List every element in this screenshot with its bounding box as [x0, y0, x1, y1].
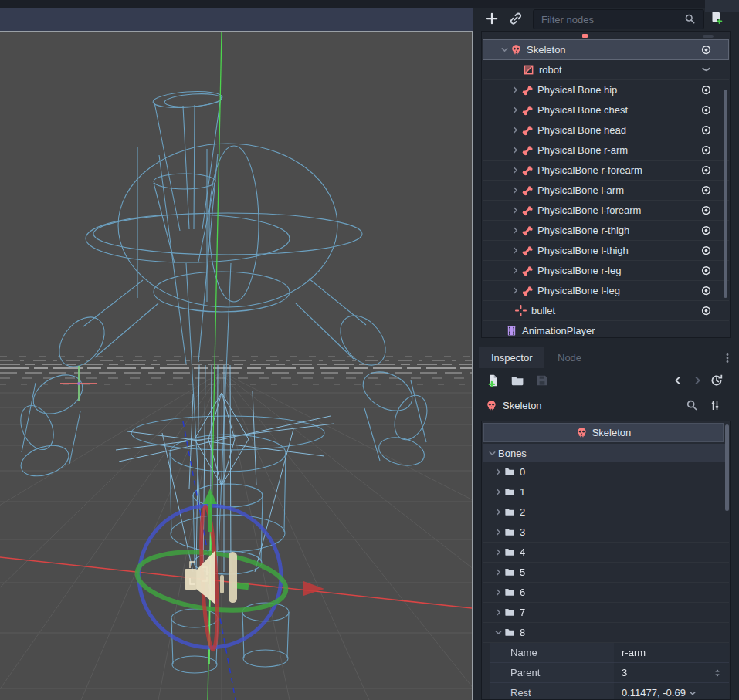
bone-item[interactable]: 3	[483, 522, 729, 543]
property-value-field[interactable]: 3	[614, 663, 729, 683]
bone-index: 4	[520, 546, 525, 558]
visibility-eye-icon[interactable]	[700, 285, 712, 296]
tree-node-label: AnimationPlayer	[522, 325, 595, 336]
expand-arrow-icon[interactable]	[509, 85, 521, 95]
expand-arrow-icon[interactable]	[509, 105, 521, 115]
expand-arrow-icon[interactable]	[492, 547, 504, 557]
load-resource-button[interactable]	[510, 374, 524, 391]
visibility-eye-icon[interactable]	[700, 84, 712, 96]
visibility-eye-icon[interactable]	[700, 265, 712, 276]
dropdown-chevron-icon[interactable]	[687, 688, 698, 698]
visibility-eye-icon[interactable]	[700, 225, 712, 236]
expand-arrow-icon[interactable]	[492, 587, 504, 597]
visibility-eye-icon[interactable]	[700, 305, 712, 316]
tree-node-physical-bone[interactable]: PhysicalBone l-leg	[483, 280, 729, 301]
spinner-updown-icon[interactable]	[712, 668, 723, 678]
inspector-properties-panel: Skeleton Bones 0 1 2 3	[481, 421, 731, 700]
search-properties-icon[interactable]	[686, 399, 698, 414]
tree-node-physical-bone[interactable]: PhysicalBone l-thigh	[483, 240, 729, 261]
property-value-field[interactable]: 0.11477, -0.69	[614, 683, 729, 700]
tree-node-skeleton[interactable]: Skeleton	[483, 39, 729, 60]
expand-arrow-icon[interactable]	[492, 607, 504, 617]
category-bones[interactable]: Bones	[483, 444, 729, 462]
clipped-node-icon	[582, 34, 588, 38]
visibility-eye-icon[interactable]	[700, 144, 712, 156]
tree-node-physical-bone[interactable]: PhysicalBone l-arm	[483, 180, 729, 201]
expand-arrow-icon[interactable]	[509, 125, 521, 135]
tree-node-physical-bone[interactable]: PhysicalBone r-forearm	[483, 160, 729, 181]
inspector-scrollbar[interactable]	[725, 424, 729, 511]
tree-node-physical-bone[interactable]: Physical Bone head	[483, 120, 729, 140]
bone-item[interactable]: 1	[483, 482, 729, 502]
expand-arrow-icon[interactable]	[509, 145, 521, 155]
tree-node-robot[interactable]: robot	[483, 59, 729, 80]
inspected-node-icon	[486, 400, 497, 414]
bone-icon	[521, 245, 533, 256]
bone-item[interactable]: 0	[483, 462, 729, 482]
collapse-arrow-icon[interactable]	[498, 45, 510, 55]
expand-arrow-icon[interactable]	[509, 225, 521, 235]
tree-node-physical-bone[interactable]: PhysicalBone r-leg	[483, 260, 729, 281]
3d-viewport-canvas[interactable]	[0, 32, 472, 700]
scene-tree-scrollbar[interactable]	[724, 90, 727, 298]
history-forward-button[interactable]	[691, 374, 703, 390]
tree-node-physical-bone[interactable]: Physical Bone r-arm	[483, 140, 729, 161]
instance-arc-icon[interactable]	[700, 64, 712, 76]
bone-item-expanded[interactable]: 8	[483, 622, 729, 643]
visibility-eye-icon[interactable]	[700, 205, 712, 216]
bone-item[interactable]: 7	[483, 602, 729, 623]
expand-arrow-icon[interactable]	[509, 245, 521, 255]
tree-node-physical-bone[interactable]: Physical Bone chest	[483, 100, 729, 120]
property-tools-icon[interactable]	[709, 399, 721, 414]
bone-icon	[521, 164, 533, 176]
attach-script-button[interactable]	[709, 11, 723, 28]
visibility-eye-icon[interactable]	[700, 104, 712, 116]
bone-item[interactable]: 4	[483, 542, 729, 563]
inspector-object-header[interactable]: Skeleton	[483, 423, 724, 442]
viewport-toolbar	[0, 8, 473, 32]
visibility-eye-icon[interactable]	[700, 164, 712, 176]
save-resource-button[interactable]	[535, 374, 549, 391]
tab-inspector[interactable]: Inspector	[479, 347, 544, 368]
skeleton-skull-icon	[576, 427, 588, 438]
filter-nodes-input[interactable]	[533, 9, 704, 29]
expand-arrow-icon[interactable]	[492, 487, 504, 497]
bone-item[interactable]: 6	[483, 582, 729, 603]
folder-icon	[504, 486, 515, 497]
tree-node-physical-bone[interactable]: Physical Bone hip	[483, 79, 729, 100]
visibility-eye-icon[interactable]	[700, 124, 712, 136]
tree-node-animationplayer[interactable]: AnimationPlayer	[483, 320, 729, 338]
expand-arrow-icon[interactable]	[509, 286, 521, 296]
expand-arrow-icon[interactable]	[509, 165, 521, 175]
inspector-object-title: Skeleton	[592, 427, 632, 438]
expand-arrow-icon[interactable]	[492, 467, 504, 477]
tree-node-label: Skeleton	[527, 44, 566, 56]
history-back-button[interactable]	[672, 374, 684, 390]
tree-node-label: Physical Bone head	[537, 124, 626, 136]
expand-arrow-icon[interactable]	[492, 567, 504, 577]
visibility-eye-icon[interactable]	[700, 245, 712, 256]
bone-index: 5	[520, 566, 525, 578]
expand-arrow-icon[interactable]	[509, 265, 521, 276]
visibility-eye-icon[interactable]	[700, 184, 712, 196]
bone-item[interactable]: 5	[483, 562, 729, 583]
collapse-arrow-icon[interactable]	[492, 627, 504, 637]
expand-arrow-icon[interactable]	[509, 185, 521, 195]
add-node-button[interactable]	[485, 12, 499, 29]
object-history-button[interactable]	[710, 374, 724, 391]
expand-arrow-icon[interactable]	[509, 205, 521, 215]
expand-arrow-icon[interactable]	[492, 507, 504, 517]
tree-node-bullet[interactable]: bullet	[483, 300, 729, 321]
tree-node-physical-bone[interactable]: PhysicalBone l-forearm	[483, 200, 729, 221]
dock-menu-dots-icon[interactable]	[721, 352, 734, 367]
property-row-rest: Rest 0.11477, -0.69	[490, 683, 729, 700]
bone-item[interactable]: 2	[483, 502, 729, 522]
visibility-eye-icon[interactable]	[700, 44, 712, 56]
property-value-field[interactable]: r-arm	[614, 643, 729, 663]
instance-scene-button[interactable]	[509, 12, 523, 29]
expand-arrow-icon[interactable]	[492, 527, 504, 537]
tree-node-physical-bone[interactable]: PhysicalBone r-thigh	[483, 220, 729, 241]
folder-icon	[504, 587, 515, 597]
new-resource-button[interactable]	[486, 374, 500, 391]
tab-node[interactable]: Node	[545, 347, 594, 368]
